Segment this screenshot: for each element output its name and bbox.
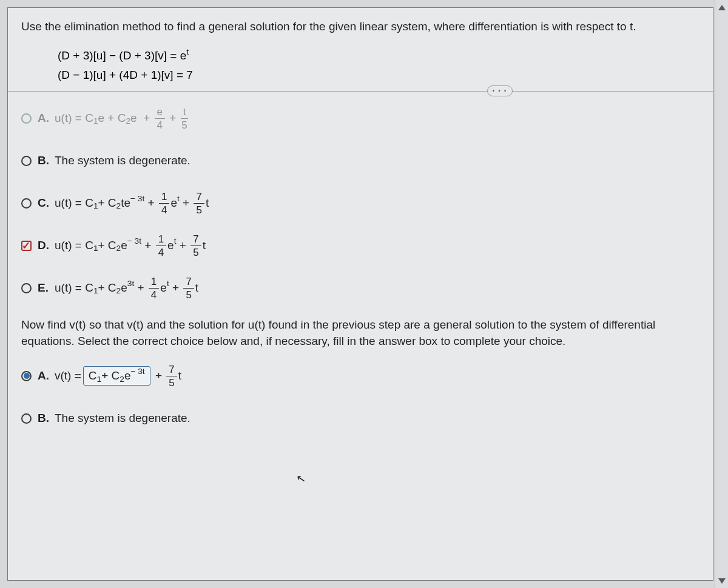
- part2-option-a-row[interactable]: A. v(t) = C1 + C2e− 3t + 75t: [21, 362, 699, 389]
- radio-a[interactable]: [21, 113, 32, 124]
- equation-2: (D − 1)[u] + (4D + 1)[v] = 7: [58, 65, 699, 85]
- radio-e[interactable]: [21, 283, 32, 293]
- radio-b[interactable]: [21, 156, 32, 166]
- question-intro: Use the elimination method to find a gen…: [21, 19, 699, 35]
- radio-part2-a-checked[interactable]: [21, 371, 32, 381]
- option-b-content: The system is degenerate.: [55, 154, 190, 167]
- option-a-row[interactable]: A. u(t) = C1e + C2e + e4 + t5: [21, 105, 699, 132]
- option-d-row[interactable]: D. u(t) = C1 + C2e− 3t + 14et + 75t: [21, 232, 699, 259]
- radio-d-checked[interactable]: [21, 241, 32, 251]
- option-a-content: u(t) = C1e + C2e + e4 + t5: [55, 107, 189, 130]
- part2-option-a-content: v(t) = C1 + C2e− 3t + 75t: [55, 364, 181, 388]
- option-b-row[interactable]: B. The system is degenerate.: [21, 147, 699, 174]
- part2-option-b-row[interactable]: B. The system is degenerate.: [21, 405, 699, 432]
- scroll-up-button[interactable]: [717, 2, 727, 12]
- option-e-row[interactable]: E. u(t) = C1 + C2e3t + 14et + 75t: [21, 275, 699, 301]
- chevron-down-icon: [718, 578, 726, 584]
- option-e-content: u(t) = C1 + C2e3t + 14et + 75t: [55, 276, 198, 300]
- option-d-content: u(t) = C1 + C2e− 3t + 14et + 75t: [55, 234, 206, 258]
- more-button[interactable]: • • •: [487, 85, 513, 96]
- part2-intro: Now find v(t) so that v(t) and the solut…: [21, 317, 699, 349]
- answer-input-box[interactable]: C1 + C2e− 3t: [83, 366, 150, 386]
- equation-1: (D + 3)[u] − (D + 3)[v] = et: [58, 46, 699, 65]
- option-c-content: u(t) = C1 + C2te− 3t + 14et + 75t: [55, 192, 209, 215]
- system-equations: (D + 3)[u] − (D + 3)[v] = et (D − 1)[u] …: [58, 46, 699, 85]
- option-c-row[interactable]: C. u(t) = C1 + C2te− 3t + 14et + 75t: [21, 190, 699, 216]
- cursor-icon: ↖: [295, 472, 307, 487]
- scroll-down-button[interactable]: [717, 576, 727, 586]
- radio-c[interactable]: [21, 198, 32, 209]
- radio-part2-b[interactable]: [21, 413, 32, 424]
- divider: • • •: [8, 91, 713, 92]
- part2-option-b-content: The system is degenerate.: [55, 412, 190, 425]
- scrollbar[interactable]: [715, 0, 728, 588]
- part2-options: A. v(t) = C1 + C2e− 3t + 75t B. The syst…: [21, 362, 699, 432]
- chevron-up-icon: [718, 5, 726, 10]
- question-panel: Use the elimination method to find a gen…: [7, 7, 713, 581]
- part1-options: A. u(t) = C1e + C2e + e4 + t5 B. The sys…: [21, 105, 699, 301]
